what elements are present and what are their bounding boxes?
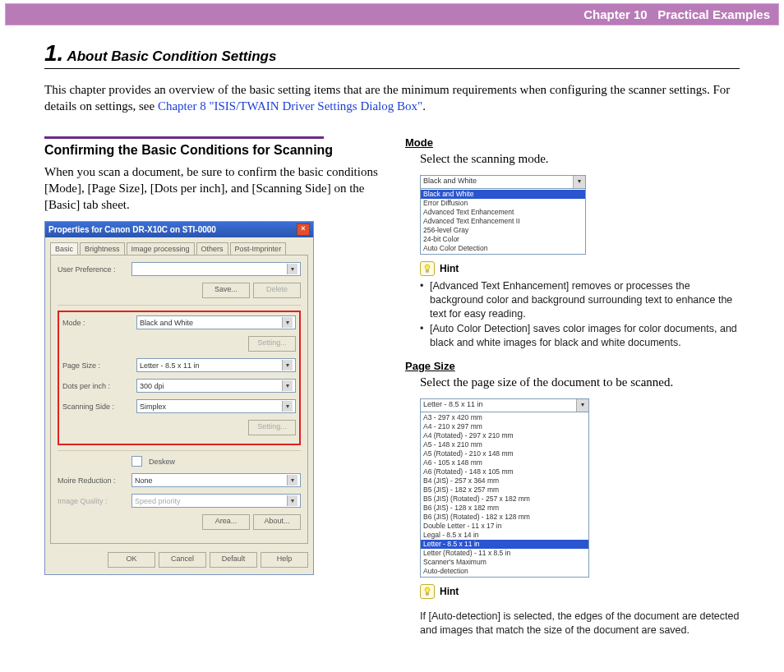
mode-combo[interactable]: Black and White ▾ (136, 315, 296, 329)
confirming-body: When you scan a document, be sure to con… (44, 163, 379, 214)
deskew-label: Deskew (149, 458, 175, 466)
userpref-label: User Preference : (58, 265, 128, 274)
right-column: Mode Select the scanning mode. Black and… (405, 136, 740, 648)
scanside-label: Scanning Side : (62, 403, 133, 411)
list-item[interactable]: B5 (JIS) - 182 x 257 mm (421, 486, 588, 495)
pagesize-heading: Page Size (405, 360, 740, 372)
section-number: 1. (44, 40, 63, 66)
userpref-combo[interactable]: ▾ (131, 262, 301, 276)
pagesize-label: Page Size : (62, 361, 133, 370)
chevron-down-icon[interactable]: ▾ (573, 176, 585, 188)
list-item[interactable]: A4 (Rotated) - 297 x 210 mm (421, 431, 588, 440)
hint-icon (420, 584, 435, 599)
svg-rect-1 (427, 594, 429, 596)
hint-item: [Auto Color Detection] saves color image… (420, 322, 740, 350)
svg-rect-0 (427, 270, 429, 272)
intro-paragraph: This chapter provides an overview of the… (44, 81, 740, 115)
pagesize-text: Select the page size of the document to … (420, 374, 740, 390)
dpi-combo[interactable]: 300 dpi ▾ (136, 379, 296, 393)
chevron-down-icon: ▾ (287, 475, 297, 486)
list-item[interactable]: Letter (Rotated) - 11 x 8.5 in (421, 549, 588, 558)
confirming-heading: Confirming the Basic Conditions for Scan… (44, 142, 379, 159)
highlighted-settings: Mode : Black and White ▾ Setting... Pa (58, 311, 301, 445)
list-item[interactable]: Scanner's Maximum (421, 558, 588, 567)
chevron-down-icon: ▾ (282, 317, 293, 328)
moire-label: Moire Reduction : (58, 476, 128, 485)
tab-brightness[interactable]: Brightness (80, 242, 125, 255)
chapter-header: Chapter 10 Practical Examples (5, 3, 779, 25)
list-item[interactable]: Double Letter - 11 x 17 in (421, 522, 588, 531)
tab-others[interactable]: Others (196, 242, 228, 255)
cancel-button[interactable]: Cancel (159, 552, 206, 568)
quality-label: Image Quality : (58, 497, 128, 505)
list-item[interactable]: A5 (Rotated) - 210 x 148 mm (421, 449, 588, 458)
mode-label: Mode : (62, 319, 133, 327)
delete-button[interactable]: Delete (253, 283, 301, 298)
deskew-checkbox[interactable] (131, 456, 142, 467)
list-item[interactable]: Auto Color Detection (421, 244, 585, 253)
list-item[interactable]: Error Diffusion (421, 199, 585, 208)
chapter-number: Chapter 10 (583, 7, 648, 21)
mode-hint-bullets: [Advanced Text Enhancement] removes or p… (420, 279, 740, 350)
hint-item: [Advanced Text Enhancement] removes or p… (420, 279, 740, 321)
chevron-down-icon: ▾ (282, 401, 293, 412)
hint-label: Hint (440, 263, 459, 274)
hint-label: Hint (440, 586, 459, 597)
tab-basic[interactable]: Basic (50, 242, 78, 255)
scanside-combo[interactable]: Simplex ▾ (136, 399, 296, 413)
list-item[interactable]: A6 - 105 x 148 mm (421, 458, 588, 467)
pagesize-combo[interactable]: Letter - 8.5 x 11 in ▾ (136, 358, 296, 372)
close-icon[interactable]: × (297, 223, 310, 236)
help-button[interactable]: Help (261, 552, 308, 568)
heading-rule (44, 136, 324, 139)
mode-heading: Mode (405, 136, 740, 149)
tab-post-imprinter[interactable]: Post-Imprinter (230, 242, 287, 255)
properties-dialog: Properties for Canon DR-X10C on STI-0000… (44, 221, 314, 575)
list-item[interactable]: A4 - 210 x 297 mm (421, 422, 588, 431)
default-button[interactable]: Default (210, 552, 257, 568)
list-item[interactable]: 256-level Gray (421, 226, 585, 235)
chevron-down-icon: ▾ (287, 264, 297, 274)
moire-combo[interactable]: None ▾ (131, 473, 301, 487)
mode-dropdown: Black and White ▾ Black and WhiteError D… (420, 175, 586, 255)
hint-icon (420, 261, 435, 276)
list-item[interactable]: Black and White (421, 190, 585, 199)
crossref-link[interactable]: Chapter 8 "ISIS/TWAIN Driver Settings Di… (158, 99, 422, 113)
ok-button[interactable]: OK (108, 552, 155, 568)
save-button[interactable]: Save... (202, 283, 250, 298)
dialog-tabs: Basic Brightness Image processing Others… (45, 237, 313, 255)
mode-setting-button[interactable]: Setting... (248, 336, 296, 352)
list-item[interactable]: Letter - 8.5 x 11 in (421, 540, 588, 549)
section-heading: 1. About Basic Condition Settings (44, 40, 740, 69)
scanside-setting-button[interactable]: Setting... (248, 420, 296, 435)
area-button[interactable]: Area... (202, 514, 250, 530)
list-item[interactable]: Advanced Text Enhancement (421, 208, 585, 217)
list-item[interactable]: A5 - 148 x 210 mm (421, 440, 588, 449)
dpi-label: Dots per inch : (62, 382, 133, 390)
chevron-down-icon: ▾ (287, 495, 297, 506)
list-item[interactable]: B4 (JIS) - 257 x 364 mm (421, 476, 588, 486)
list-item[interactable]: A3 - 297 x 420 mm (421, 413, 588, 422)
list-item[interactable]: B6 (JIS) - 128 x 182 mm (421, 504, 588, 513)
tab-image-processing[interactable]: Image processing (127, 242, 195, 255)
chapter-title: Practical Examples (657, 7, 770, 21)
quality-combo: Speed priority ▾ (131, 494, 301, 508)
mode-selected: Black and White (421, 176, 573, 188)
pagesize-selected: Letter - 8.5 x 11 in (421, 399, 576, 412)
dialog-title: Properties for Canon DR-X10C on STI-0000 (48, 225, 216, 234)
chevron-down-icon: ▾ (282, 380, 293, 391)
list-item[interactable]: B6 (JIS) (Rotated) - 182 x 128 mm (421, 513, 588, 522)
list-item[interactable]: Legal - 8.5 x 14 in (421, 531, 588, 540)
chevron-down-icon: ▾ (282, 360, 293, 371)
list-item[interactable]: Advanced Text Enhancement II (421, 217, 585, 226)
list-item[interactable]: Auto-detection (421, 567, 588, 576)
list-item[interactable]: B5 (JIS) (Rotated) - 257 x 182 mm (421, 495, 588, 504)
about-button[interactable]: About... (253, 514, 301, 530)
section-title: About Basic Condition Settings (67, 48, 276, 64)
chevron-down-icon[interactable]: ▾ (576, 399, 588, 412)
list-item[interactable]: A6 (Rotated) - 148 x 105 mm (421, 467, 588, 476)
pagesize-dropdown: Letter - 8.5 x 11 in ▾ A3 - 297 x 420 mm… (420, 398, 589, 578)
left-column: Confirming the Basic Conditions for Scan… (44, 136, 379, 648)
list-item[interactable]: 24-bit Color (421, 235, 585, 244)
pagesize-hint-text: If [Auto-detection] is selected, the edg… (420, 610, 740, 637)
